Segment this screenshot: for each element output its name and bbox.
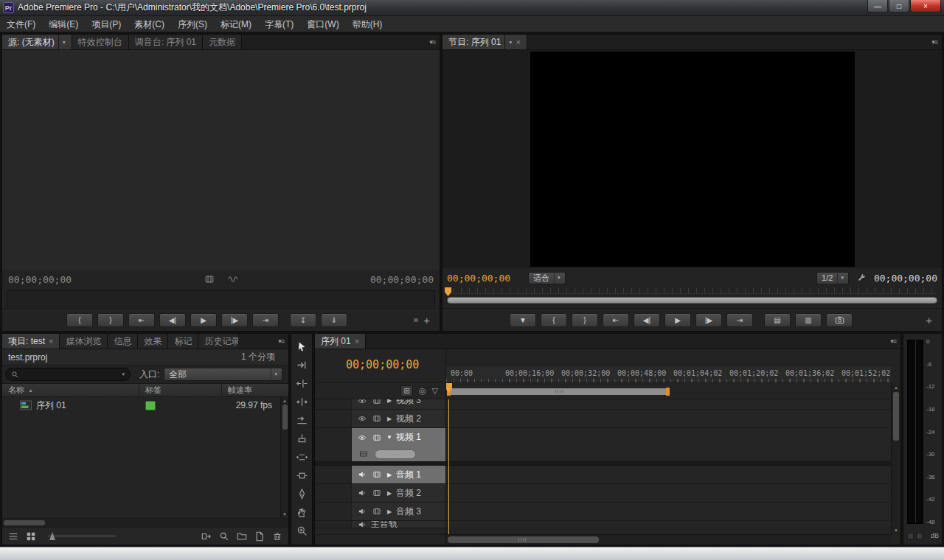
menu-item-file[interactable]: 文件(F): [0, 16, 42, 32]
video-track-2-content[interactable]: [446, 410, 891, 428]
master-track-header[interactable]: 主音轨: [315, 521, 445, 528]
sync-lock-icon[interactable]: [371, 489, 383, 497]
zoom-slider[interactable]: [48, 535, 116, 537]
button-editor-icon[interactable]: +: [926, 314, 932, 326]
hand-tool[interactable]: [294, 505, 310, 519]
chevron-down-icon[interactable]: ▾: [122, 371, 125, 377]
tab-effect-controls[interactable]: 特效控制台: [72, 35, 129, 49]
toggle-track-output-icon[interactable]: [356, 399, 368, 405]
video-track-3-header[interactable]: ▶ 视频 3: [315, 399, 445, 410]
tab-program[interactable]: 节目: 序列 01 ▾ ×: [442, 35, 527, 49]
scroll-down-icon[interactable]: ▼: [282, 511, 287, 518]
chevron-down-icon[interactable]: ▾: [58, 35, 66, 49]
rate-stretch-tool[interactable]: [294, 413, 310, 427]
video-track-2-header[interactable]: ▶ 视频 2: [315, 410, 445, 428]
menu-item-marker[interactable]: 标记(M): [214, 16, 258, 32]
column-header-name[interactable]: 名称 ▲: [2, 384, 139, 396]
selection-tool[interactable]: [294, 340, 310, 353]
timeline-horizontal-scrollbar[interactable]: [446, 534, 891, 545]
tab-audio-mixer[interactable]: 调音台: 序列 01: [129, 35, 203, 49]
column-header-framerate[interactable]: 帧速率: [222, 384, 288, 396]
search-input[interactable]: [22, 370, 119, 379]
panel-menu-icon[interactable]: ▾≡: [274, 334, 288, 349]
menu-item-project[interactable]: 项目(P): [85, 16, 128, 32]
program-current-timecode[interactable]: 00;00;00;00: [447, 273, 510, 284]
panel-menu-icon[interactable]: ▾≡: [927, 35, 942, 49]
sync-lock-icon[interactable]: [371, 399, 383, 405]
audio-track-1-header[interactable]: ▶ 音频 1: [315, 466, 445, 484]
video-track-1-content[interactable]: [446, 428, 891, 461]
sync-lock-icon[interactable]: [371, 414, 383, 423]
menu-item-help[interactable]: 帮助(H): [346, 16, 389, 32]
mark-in-button[interactable]: {: [541, 313, 567, 327]
menu-item-sequence[interactable]: 序列(S): [171, 16, 214, 32]
zoom-tool[interactable]: [294, 524, 310, 537]
toggle-track-mute-icon[interactable]: [356, 470, 368, 479]
collapse-icon[interactable]: ▶: [386, 416, 393, 422]
export-frame-button[interactable]: [826, 313, 853, 327]
work-area-bar[interactable]: [448, 388, 669, 395]
master-track-content[interactable]: [446, 521, 891, 528]
clear-button[interactable]: [269, 530, 285, 543]
collapse-icon[interactable]: ▶: [386, 472, 393, 478]
menu-item-title[interactable]: 字幕(T): [258, 16, 300, 32]
close-icon[interactable]: ×: [516, 38, 520, 46]
title-bar[interactable]: Pr Adobe Premiere Pro - C:\用户\Administra…: [0, 0, 944, 16]
track-select-tool[interactable]: [294, 358, 310, 371]
new-bin-button[interactable]: [234, 530, 250, 543]
slide-tool[interactable]: [294, 469, 310, 482]
mark-out-button[interactable]: }: [97, 313, 124, 327]
audio-track-2-content[interactable]: [446, 484, 891, 503]
playback-resolution-dropdown[interactable]: 1/2 ▾: [816, 272, 849, 284]
project-vertical-scrollbar[interactable]: ▲ ▼: [280, 397, 288, 518]
audio-track-2-header[interactable]: ▶ 音频 2: [315, 484, 445, 503]
toggle-track-output-icon[interactable]: [356, 414, 368, 423]
menu-item-clip[interactable]: 素材(C): [128, 16, 171, 32]
tab-markers[interactable]: 标记: [168, 334, 198, 349]
new-item-button[interactable]: [251, 530, 268, 543]
ripple-edit-tool[interactable]: [294, 377, 310, 390]
step-forward-button[interactable]: |▶: [695, 313, 722, 327]
toggle-track-mute-icon[interactable]: [356, 489, 368, 497]
scrollbar-thumb[interactable]: [893, 392, 899, 441]
maximize-button[interactable]: □: [889, 0, 909, 13]
icon-view-button[interactable]: [23, 530, 39, 543]
scrollbar-thumb[interactable]: [282, 405, 288, 430]
play-button[interactable]: ▶: [664, 313, 691, 327]
label-color-swatch[interactable]: [145, 401, 156, 410]
close-icon[interactable]: ×: [355, 337, 359, 346]
tab-effects[interactable]: 效果: [138, 334, 168, 349]
minimize-button[interactable]: —: [867, 0, 888, 13]
keyframe-display-pill[interactable]: ···: [375, 449, 416, 459]
scroll-up-icon[interactable]: ▲: [894, 383, 898, 391]
automate-to-sequence-button[interactable]: [198, 530, 215, 543]
collapse-icon[interactable]: ▶: [386, 490, 393, 497]
expand-icon[interactable]: ▼: [386, 434, 393, 441]
sync-lock-icon[interactable]: [371, 507, 383, 516]
playhead-line[interactable]: [448, 399, 449, 534]
mark-in-button[interactable]: {: [66, 313, 93, 327]
snap-icon[interactable]: ⊞: [400, 385, 413, 396]
solo-right-button[interactable]: [916, 533, 923, 539]
timeline-ruler[interactable]: 00:00 00;00;16;00 00;00;32;00 00;00;48;0…: [446, 349, 891, 383]
tab-sequence-01[interactable]: 序列 01 ×: [315, 334, 366, 349]
list-view-button[interactable]: [5, 530, 21, 543]
lift-button[interactable]: ▤: [764, 313, 791, 327]
slip-tool[interactable]: [294, 450, 310, 463]
timeline-current-timecode[interactable]: 00;00;00;00: [346, 358, 419, 371]
mark-out-button[interactable]: }: [572, 313, 598, 327]
toggle-track-mute-icon[interactable]: [356, 507, 368, 516]
tab-media-browser[interactable]: 媒体浏览: [60, 334, 108, 349]
find-button[interactable]: [216, 530, 232, 543]
tab-source[interactable]: 源: (无素材) ▾: [2, 35, 72, 49]
scrollbar-thumb[interactable]: [4, 520, 45, 525]
search-box[interactable]: ▾: [5, 368, 131, 381]
extract-button[interactable]: ▥: [795, 313, 822, 327]
button-editor-icon[interactable]: +: [423, 314, 430, 326]
list-item-sequence-01[interactable]: 序列 01 29.97 fps: [2, 397, 288, 413]
scrollbar-thumb[interactable]: [448, 536, 599, 543]
audio-track-3-header[interactable]: ▶ 音频 3: [315, 503, 445, 521]
program-scrub-bar[interactable]: [442, 287, 942, 308]
play-button[interactable]: ▶: [190, 313, 217, 327]
toggle-track-mute-icon[interactable]: [356, 521, 368, 528]
